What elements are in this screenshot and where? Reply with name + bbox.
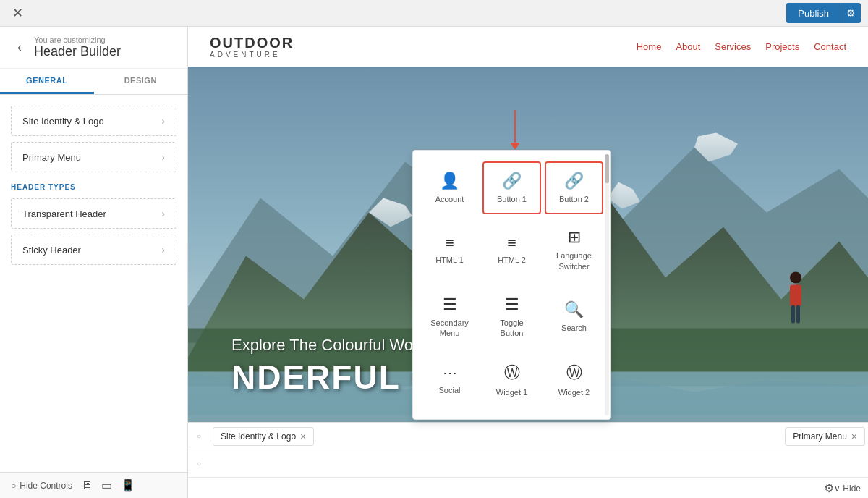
social-icon: ⋯ [443, 364, 457, 381]
site-identity-chip: Site Identity & Logo × [213, 427, 314, 446]
desktop-icon: 🖥 [81, 479, 93, 491]
sidebar-item-sticky-header[interactable]: Sticky Header › [11, 235, 176, 265]
link-icon: 🔗 [564, 172, 584, 190]
chevron-right-icon: › [161, 151, 165, 163]
svg-rect-11 [790, 285, 801, 307]
nav-home[interactable]: Home [637, 41, 662, 52]
dropdown-item-label: Button 2 [559, 194, 589, 204]
site-name: OUTDOOR [210, 35, 294, 51]
preview-row-1: ○ Site Identity & Logo × Primary Menu × [188, 423, 868, 450]
toggle-icon: ☰ [505, 295, 519, 314]
mobile-icon: 📱 [121, 479, 135, 491]
dropdown-item-button2[interactable]: 🔗 Button 2 [545, 161, 603, 214]
dropdown-item-label: Widget 2 [558, 387, 590, 397]
row-dot: ○ [188, 432, 210, 440]
dropdown-item-label: HTML 1 [435, 255, 464, 265]
device-desktop-button[interactable]: 🖥 [81, 479, 93, 492]
dropdown-grid: 👤 Account 🔗 Button 1 🔗 Button 2 ≡ HTML 1 [413, 158, 610, 412]
sidebar-header-text: You are customizing Header Builder [34, 35, 121, 59]
scrollbar-thumb [605, 154, 609, 183]
gear-icon: ⚙ [846, 7, 856, 19]
nav-about[interactable]: About [676, 41, 700, 52]
dropdown-item-account[interactable]: 👤 Account [420, 161, 479, 214]
dropdown-item-widget1[interactable]: Ⓦ Widget 1 [482, 352, 541, 408]
widget-icon: Ⓦ [566, 362, 582, 384]
dropdown-item-label: Social [439, 385, 461, 395]
dropdown-item-html2[interactable]: ≡ HTML 2 [482, 218, 541, 282]
back-button[interactable]: ‹ [11, 39, 28, 56]
dropdown-item-label: Button 1 [497, 194, 527, 204]
dropdown-item-label: Widget 1 [496, 387, 527, 397]
arrow-line [514, 110, 516, 143]
dropdown-item-toggle[interactable]: ☰ Toggle Button [482, 285, 541, 349]
tab-general[interactable]: GENERAL [0, 69, 94, 94]
dropdown-item-button1[interactable]: 🔗 Button 1 [482, 161, 541, 214]
dropdown-item-label: Language Switcher [552, 250, 596, 271]
nav-contact[interactable]: Contact [814, 41, 846, 52]
dropdown-item-widget2[interactable]: Ⓦ Widget 2 [545, 352, 603, 408]
sidebar-item-site-identity[interactable]: Site Identity & Logo › [11, 106, 176, 136]
device-tablet-button[interactable]: ▭ [101, 478, 112, 492]
arrow-head [510, 143, 520, 150]
sidebar-header: ‹ You are customizing Header Builder [0, 27, 187, 69]
dropdown-scrollbar[interactable] [605, 154, 609, 415]
sidebar: ‹ You are customizing Header Builder GEN… [0, 27, 188, 498]
device-mobile-button[interactable]: 📱 [121, 478, 135, 492]
preview-area: OUTDOOR ADVENTURE Home About Services Pr… [188, 27, 868, 498]
site-logo: OUTDOOR ADVENTURE [210, 35, 294, 59]
menu-icon: ☰ [443, 295, 457, 314]
sidebar-content: Site Identity & Logo › Primary Menu › HE… [0, 95, 187, 472]
svg-rect-13 [791, 305, 795, 324]
dropdown-item-search[interactable]: 🔍 Search [545, 285, 603, 349]
dropdown-item-label: Account [435, 194, 464, 204]
hide-icon: ○ [11, 481, 16, 491]
publish-button[interactable]: Publish [786, 3, 841, 23]
preview-row-2: ○ [188, 450, 868, 478]
preview-bottom: ○ Site Identity & Logo × Primary Menu × … [188, 422, 868, 498]
nav-services[interactable]: Services [715, 41, 751, 52]
sidebar-item-transparent-header[interactable]: Transparent Header › [11, 198, 176, 229]
html-icon: ≡ [507, 234, 516, 251]
widget-icon: Ⓦ [504, 362, 520, 384]
chevron-right-icon: › [161, 244, 165, 256]
dropdown-item-label: Search [561, 323, 587, 333]
main-area: ‹ You are customizing Header Builder GEN… [0, 27, 868, 498]
chip-close-button[interactable]: × [851, 431, 857, 442]
tab-design[interactable]: DESIGN [94, 69, 188, 94]
site-nav: Home About Services Projects Contact [637, 41, 846, 52]
tablet-icon: ▭ [101, 479, 112, 491]
chevron-right-icon: › [161, 115, 165, 127]
arrow-indicator [510, 110, 520, 150]
search-icon: 🔍 [564, 300, 584, 319]
nav-projects[interactable]: Projects [765, 41, 799, 52]
link-icon: 🔗 [502, 172, 522, 190]
hide-controls-button[interactable]: ○ Hide Controls [11, 481, 72, 491]
publish-settings-button[interactable]: ⚙ [841, 3, 861, 23]
publish-group: Publish ⚙ [786, 3, 861, 23]
row-dot: ○ [188, 460, 210, 468]
dropdown-item-social[interactable]: ⋯ Social [420, 352, 479, 408]
customizing-label: You are customizing [34, 35, 121, 44]
dropdown-item-html1[interactable]: ≡ HTML 1 [420, 218, 479, 282]
dropdown-item-secondary-menu[interactable]: ☰ Secondary Menu [420, 285, 479, 349]
html-icon: ≡ [445, 234, 454, 251]
primary-menu-chip: Primary Menu × [785, 427, 865, 446]
dropdown-item-label: Toggle Button [490, 318, 534, 339]
header-builder-title: Header Builder [34, 44, 121, 59]
svg-point-12 [790, 272, 801, 284]
dropdown-item-language[interactable]: ⊞ Language Switcher [545, 218, 603, 282]
chip-close-button[interactable]: × [300, 431, 306, 442]
preview-hide-button[interactable]: ∨ Hide [834, 484, 861, 494]
close-button[interactable]: ✕ [7, 3, 27, 23]
back-icon: ‹ [17, 40, 22, 55]
language-icon: ⊞ [568, 228, 581, 247]
dropdown-item-label: Secondary Menu [427, 318, 472, 339]
dropdown-item-label: HTML 2 [498, 255, 526, 265]
svg-rect-14 [796, 305, 800, 324]
preview-settings-button[interactable]: ⚙ [824, 481, 834, 495]
account-icon: 👤 [440, 172, 459, 190]
top-bar: ✕ Publish ⚙ [0, 0, 868, 27]
site-tagline: ADVENTURE [210, 51, 294, 59]
sidebar-item-primary-menu[interactable]: Primary Menu › [11, 142, 176, 172]
website-header: OUTDOOR ADVENTURE Home About Services Pr… [188, 27, 868, 67]
